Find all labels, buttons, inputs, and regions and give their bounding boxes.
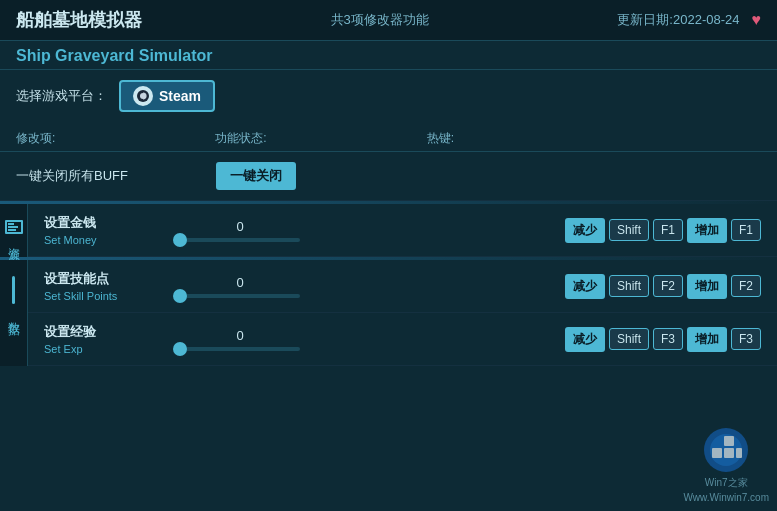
update-date: 更新日期:2022-08-24	[617, 11, 739, 29]
exp-label-block: 设置经验 Set Exp	[44, 323, 164, 355]
skill-label-en: Set Skill Points	[44, 290, 164, 302]
money-increase-btn[interactable]: 增加	[687, 218, 727, 243]
skill-hotkey-group: 减少 Shift F2 增加 F2	[565, 274, 761, 299]
favorite-icon[interactable]: ♥	[751, 11, 761, 29]
data-section: 数据 设置技能点 Set Skill Points 0 减少 Shift F2 …	[0, 260, 777, 366]
exp-key-f3-decrease: F3	[653, 328, 683, 350]
skill-value: 0	[236, 275, 243, 290]
money-slider-track[interactable]	[180, 238, 300, 242]
game-subtitle: Ship Graveyard Simulator	[0, 41, 777, 70]
skill-key-f2-decrease: F2	[653, 275, 683, 297]
money-label-block: 设置金钱 Set Money	[44, 214, 164, 246]
platform-label: 选择游戏平台：	[16, 87, 107, 105]
toggle-button-0[interactable]: 一键关闭	[216, 162, 296, 190]
data-icon	[12, 276, 15, 304]
skill-slider-track[interactable]	[180, 294, 300, 298]
exp-key-shift: Shift	[609, 328, 649, 350]
slider-row-exp: 设置经验 Set Exp 0 减少 Shift F3 增加 F3	[28, 313, 777, 366]
money-key-f1-increase: F1	[731, 219, 761, 241]
data-tab: 数据	[0, 260, 28, 366]
skill-label-cn: 设置技能点	[44, 270, 164, 288]
section-header: 修改项: 功能状态: 热键:	[0, 122, 777, 152]
resource-section: 资源 设置金钱 Set Money 0 减少 Shift F1 增加 F1	[0, 204, 777, 257]
exp-increase-btn[interactable]: 增加	[687, 327, 727, 352]
col-status: 功能状态:	[215, 130, 266, 147]
resource-icon	[5, 220, 23, 234]
exp-value: 0	[236, 328, 243, 343]
app-title: 船舶墓地模拟器	[16, 8, 142, 32]
money-value: 0	[236, 219, 243, 234]
skill-increase-btn[interactable]: 增加	[687, 274, 727, 299]
data-tab-label: 数据	[5, 312, 22, 316]
money-slider-container: 0	[180, 219, 300, 242]
platform-row: 选择游戏平台： Steam	[0, 70, 777, 122]
cheat-name-0: 一键关闭所有BUFF	[16, 167, 196, 185]
money-label-cn: 设置金钱	[44, 214, 164, 232]
exp-slider-container: 0	[180, 328, 300, 351]
watermark-line1: Win7之家	[705, 476, 748, 490]
exp-slider-thumb	[173, 342, 187, 356]
money-key-f1-decrease: F1	[653, 219, 683, 241]
steam-button[interactable]: Steam	[119, 80, 215, 112]
exp-label-en: Set Exp	[44, 343, 164, 355]
exp-hotkey-group: 减少 Shift F3 增加 F3	[565, 327, 761, 352]
money-label-en: Set Money	[44, 234, 164, 246]
watermark-line2: Www.Winwin7.com	[683, 492, 769, 503]
money-slider-thumb	[173, 233, 187, 247]
data-content: 设置技能点 Set Skill Points 0 减少 Shift F2 增加 …	[28, 260, 777, 366]
watermark: Win7之家 Www.Winwin7.com	[683, 426, 769, 503]
skill-slider-container: 0	[180, 275, 300, 298]
svg-rect-4	[712, 448, 722, 458]
svg-rect-7	[736, 448, 742, 458]
col-cheat: 修改项:	[16, 130, 55, 147]
feature-count: 共3项修改器功能	[331, 11, 429, 29]
slider-row-money: 设置金钱 Set Money 0 减少 Shift F1 增加 F1	[28, 204, 777, 257]
money-key-shift: Shift	[609, 219, 649, 241]
header: 船舶墓地模拟器 共3项修改器功能 更新日期:2022-08-24 ♥	[0, 0, 777, 41]
exp-key-f3-increase: F3	[731, 328, 761, 350]
resource-content: 设置金钱 Set Money 0 减少 Shift F1 增加 F1	[28, 204, 777, 257]
slider-row-skill: 设置技能点 Set Skill Points 0 减少 Shift F2 增加 …	[28, 260, 777, 313]
header-right: 更新日期:2022-08-24 ♥	[617, 11, 761, 29]
skill-key-shift: Shift	[609, 275, 649, 297]
exp-label-cn: 设置经验	[44, 323, 164, 341]
skill-key-f2-increase: F2	[731, 275, 761, 297]
exp-decrease-btn[interactable]: 减少	[565, 327, 605, 352]
skill-label-block: 设置技能点 Set Skill Points	[44, 270, 164, 302]
cheat-row-0: 一键关闭所有BUFF 一键关闭	[0, 152, 777, 201]
resource-tab-label: 资源	[5, 238, 22, 242]
skill-decrease-btn[interactable]: 减少	[565, 274, 605, 299]
resource-tab: 资源	[0, 204, 28, 257]
svg-rect-6	[724, 448, 734, 458]
skill-slider-thumb	[173, 289, 187, 303]
svg-rect-5	[724, 436, 734, 446]
col-hotkey: 热键:	[427, 130, 454, 147]
money-decrease-btn[interactable]: 减少	[565, 218, 605, 243]
exp-slider-track[interactable]	[180, 347, 300, 351]
watermark-logo-svg	[702, 426, 750, 474]
steam-icon	[133, 86, 153, 106]
money-hotkey-group: 减少 Shift F1 增加 F1	[565, 218, 761, 243]
